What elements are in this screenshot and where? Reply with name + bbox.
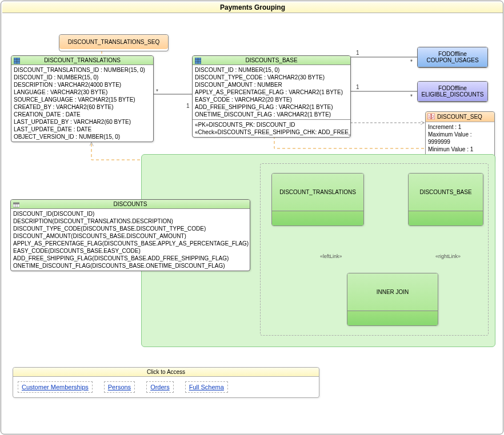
discount-translations-seq[interactable]: DISCOUNT_TRANSLATIONS_SEQ xyxy=(59,34,169,51)
box-title: INNER JOIN xyxy=(347,273,438,311)
col: ADD_FREE_SHIPPING_FLAG(DISCOUNTS_BASE.AD… xyxy=(13,255,247,262)
col: DESCRIPTION : VARCHAR2(4000 BYTE) xyxy=(14,81,151,88)
diagram-title: Payments Grouping xyxy=(2,2,503,13)
inner-join-box[interactable]: INNER JOIN xyxy=(347,273,438,326)
join-right-entity[interactable]: DISCOUNTS_BASE xyxy=(408,173,483,226)
panel-title: Click to Access xyxy=(13,368,319,377)
cardinality-one: 1 xyxy=(356,84,359,90)
entity-header: FODOffline COUPON_USAGES xyxy=(418,47,487,67)
col: DISCOUNT_AMOUNT : NUMBER xyxy=(195,81,348,88)
join-left-entity[interactable]: DISCOUNT_TRANSLATIONS xyxy=(271,173,364,226)
cardinality-many: * xyxy=(410,94,413,100)
cardinality-one: 1 xyxy=(186,103,190,109)
link-persons[interactable]: Persons xyxy=(104,381,135,393)
svg-text:2: 2 xyxy=(432,115,434,119)
cardinality-many: * xyxy=(156,88,158,95)
col: DISCOUNT_ID : NUMBER(15, 0) xyxy=(195,66,348,74)
col: CREATION_DATE : DATE xyxy=(14,111,151,118)
table-icon xyxy=(195,58,201,64)
discounts-base-table[interactable]: DISCOUNTS_BASE DISCOUNT_ID : NUMBER(15, … xyxy=(192,55,351,138)
box-body xyxy=(409,211,483,225)
table-header: DISCOUNT_TRANSLATIONS xyxy=(11,56,153,65)
schema-name: FODOffline xyxy=(420,85,485,91)
col: EASY_CODE : VARCHAR2(20 BYTE) xyxy=(195,96,348,103)
col: EASY_CODE(DISCOUNTS_BASE.EASY_CODE) xyxy=(13,247,247,255)
table-title: DISCOUNTS_BASE xyxy=(245,57,297,63)
col: CREATED_BY : VARCHAR2(60 BYTE) xyxy=(14,103,151,111)
seq-title: DISCOUNT_SEQ xyxy=(437,114,482,120)
discount-translations-table[interactable]: DISCOUNT_TRANSLATIONS DISCOUNT_TRANSLATI… xyxy=(11,55,154,142)
column-list: DISCOUNT_TRANSLATIONS_ID : NUMBER(15, 0)… xyxy=(11,65,153,142)
box-body xyxy=(272,211,363,225)
prop: Minimun Value : 1 xyxy=(428,146,492,153)
col: ONETIME_DISCOUNT_FLAG : VARCHAR2(1 BYTE) xyxy=(195,111,348,118)
col: DISCOUNT_TYPE_CODE(DISCOUNTS_BASE.DISCOU… xyxy=(13,225,247,232)
col: APPLY_AS_PERCENTAGE_FLAG : VARCHAR2(1 BY… xyxy=(195,88,348,96)
table-name: ELIGIBLE_DISCOUNTS xyxy=(420,91,485,98)
table-title: DISCOUNT_TRANSLATIONS xyxy=(44,57,121,63)
panel-body: Customer Memberships Persons Orders Full… xyxy=(13,377,319,397)
col: APPLY_AS_PERCENTAGE_FLAG(DISCOUNTS_BASE.… xyxy=(13,240,247,247)
col: DISCOUNT_TYPE_CODE : VARCHAR2(30 BYTE) xyxy=(195,74,348,81)
col: SOURCE_LANGUAGE : VARCHAR2(15 BYTE) xyxy=(14,96,151,103)
link-customer-memberships[interactable]: Customer Memberships xyxy=(18,381,93,393)
col: ONETIME_DISCOUNT_FLAG(DISCOUNTS_BASE.ONE… xyxy=(13,262,247,269)
constraint: «PK»DISCOUNTS_PK: DISCOUNT_ID xyxy=(195,121,348,128)
left-link-label: «leftLink» xyxy=(320,253,342,259)
cardinality-many: * xyxy=(410,59,413,65)
prop: Increment : 1 xyxy=(428,123,492,131)
col: DISCOUNT_ID : NUMBER(15, 0) xyxy=(14,74,151,81)
prop: Maximum Value : 9999999 xyxy=(428,131,492,146)
svg-text:1: 1 xyxy=(428,115,430,119)
col: DISCOUNT_AMOUNT(DISCOUNTS_BASE.DISCOUNT_… xyxy=(13,232,247,240)
table-icon xyxy=(14,58,20,64)
col: DESCRIPTION(DISCOUNT_TRANSLATIONS.DESCRI… xyxy=(13,218,247,225)
view-icon xyxy=(13,202,19,208)
col: ADD_FREE_SHIPPING_FLAG : VARCHAR2(1 BYTE… xyxy=(195,103,348,111)
view-title: DISCOUNTS xyxy=(114,201,147,207)
constraint: «Check»DISCOUNTS_FREE_SHIPPING_CHK: ADD_… xyxy=(195,128,348,136)
box-title: DISCOUNTS_BASE xyxy=(409,174,483,211)
diagram-canvas: Payments Grouping DISCOUNT_TRANSL xyxy=(0,0,504,435)
col: DISCOUNT_TRANSLATIONS_ID : NUMBER(15, 0) xyxy=(14,66,151,74)
schema-name: FODOffline xyxy=(420,51,485,57)
col: LAST_UPDATED_BY : VARCHAR2(60 BYTE) xyxy=(14,118,151,126)
svg-rect-17 xyxy=(13,203,19,204)
table-header: DISCOUNTS_BASE xyxy=(193,56,350,65)
table-name: COUPON_USAGES xyxy=(420,57,485,63)
col: LANGUAGE : VARCHAR2(30 BYTE) xyxy=(14,88,151,96)
col: OBJECT_VERSION_ID : NUMBER(15, 0) xyxy=(14,133,151,140)
view-header: DISCOUNTS xyxy=(11,200,250,209)
click-to-access-panel: Click to Access Customer Memberships Per… xyxy=(13,367,319,398)
sequence-icon: 12 xyxy=(427,114,435,119)
box-title: DISCOUNT_TRANSLATIONS xyxy=(272,174,363,211)
eligible-discounts-entity[interactable]: FODOffline ELIGIBLE_DISCOUNTS xyxy=(417,81,488,102)
link-orders[interactable]: Orders xyxy=(146,381,174,393)
seq-header: 12 DISCOUNT_SEQ xyxy=(426,112,494,122)
seq-label: DISCOUNT_TRANSLATIONS_SEQ xyxy=(59,35,168,49)
discounts-view[interactable]: DISCOUNTS DISCOUNT_ID(DISCOUNT_ID) DESCR… xyxy=(10,199,250,271)
entity-header: FODOffline ELIGIBLE_DISCOUNTS xyxy=(418,82,487,102)
col: DISCOUNT_ID(DISCOUNT_ID) xyxy=(13,210,247,218)
box-body xyxy=(347,311,438,325)
coupon-usages-entity[interactable]: FODOffline COUPON_USAGES xyxy=(417,47,488,68)
cardinality-one: 1 xyxy=(356,50,359,56)
col: LAST_UPDATE_DATE : DATE xyxy=(14,126,151,133)
link-full-schema[interactable]: Full Schema xyxy=(185,381,228,393)
column-list: DISCOUNT_ID : NUMBER(15, 0) DISCOUNT_TYP… xyxy=(193,65,350,137)
column-list: DISCOUNT_ID(DISCOUNT_ID) DESCRIPTION(DIS… xyxy=(11,209,250,271)
right-link-label: «rightLink» xyxy=(435,253,461,259)
